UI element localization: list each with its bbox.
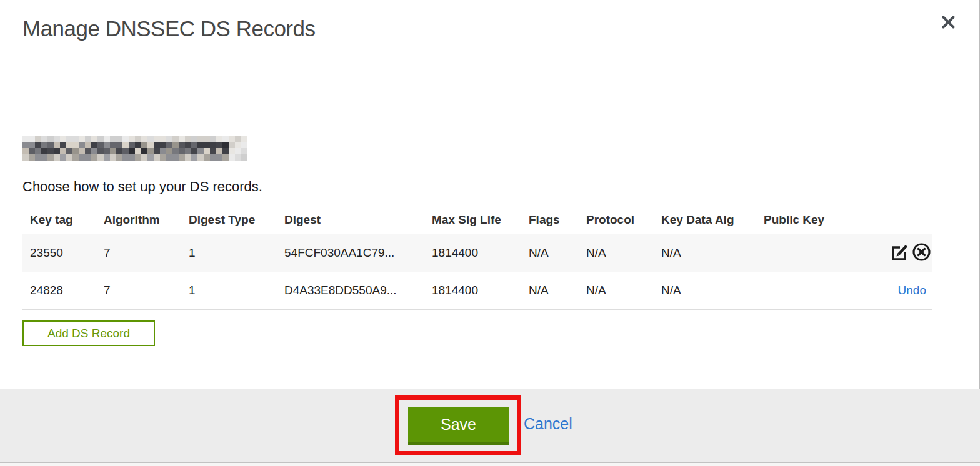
cell-digest-type: 1	[181, 246, 277, 260]
col-header-algorithm: Algorithm	[96, 213, 181, 227]
page-title: Manage DNSSEC DS Records	[22, 16, 315, 41]
cell-key-tag: 23550	[22, 246, 96, 260]
col-header-max-sig-life: Max Sig Life	[424, 213, 521, 227]
row-actions	[880, 243, 932, 263]
edit-record-button[interactable]	[890, 243, 910, 263]
cell-key-tag: 24828	[22, 284, 96, 297]
close-icon	[941, 15, 956, 31]
col-header-public-key: Public Key	[756, 213, 880, 227]
cell-protocol: N/A	[579, 284, 654, 297]
cell-flags: N/A	[521, 246, 579, 260]
table-row-ds-record-24828-deleted: 24828 7 1 D4A33E8DD550A9... 1814400 N/A …	[22, 272, 932, 310]
cell-max-sig-life: 1814400	[424, 284, 521, 297]
table-header-row: Key tag Algorithm Digest Type Digest Max…	[22, 206, 932, 234]
cell-digest: 54FCF030AA1C79...	[277, 246, 424, 260]
ds-records-table: Key tag Algorithm Digest Type Digest Max…	[22, 206, 932, 310]
delete-record-button[interactable]	[911, 243, 931, 263]
window-bottom-strip	[0, 463, 980, 466]
cell-digest-type: 1	[181, 284, 277, 297]
table-row-ds-record-23550: 23550 7 1 54FCF030AA1C79... 1814400 N/A …	[22, 234, 932, 272]
delete-circle-x-icon	[912, 243, 931, 263]
cell-digest: D4A33E8DD550A9...	[277, 284, 424, 297]
dnssec-dialog: Manage DNSSEC DS Records Choose how to s…	[0, 0, 980, 466]
cell-max-sig-life: 1814400	[424, 246, 521, 260]
col-header-digest-type: Digest Type	[181, 213, 277, 227]
col-header-flags: Flags	[521, 213, 579, 227]
cell-key-data-alg: N/A	[654, 284, 756, 297]
cell-protocol: N/A	[579, 246, 654, 260]
save-button[interactable]: Save	[408, 407, 509, 445]
edit-icon	[891, 243, 909, 263]
redacted-domain-name	[22, 136, 248, 161]
cell-key-data-alg: N/A	[654, 246, 756, 260]
dialog-footer: Save Cancel	[0, 389, 980, 462]
cell-algorithm: 7	[96, 284, 181, 297]
undo-link[interactable]: Undo	[898, 284, 931, 297]
col-header-key-tag: Key tag	[22, 213, 96, 227]
row-actions: Undo	[880, 284, 932, 297]
instruction-text: Choose how to set up your DS records.	[22, 179, 262, 195]
close-button[interactable]	[939, 14, 958, 32]
col-header-digest: Digest	[277, 213, 424, 227]
col-header-protocol: Protocol	[579, 213, 654, 227]
cell-flags: N/A	[521, 284, 579, 297]
col-header-key-data-alg: Key Data Alg	[654, 213, 756, 227]
cancel-link[interactable]: Cancel	[524, 415, 572, 433]
add-ds-record-button[interactable]: Add DS Record	[22, 320, 155, 346]
cell-algorithm: 7	[96, 246, 181, 260]
